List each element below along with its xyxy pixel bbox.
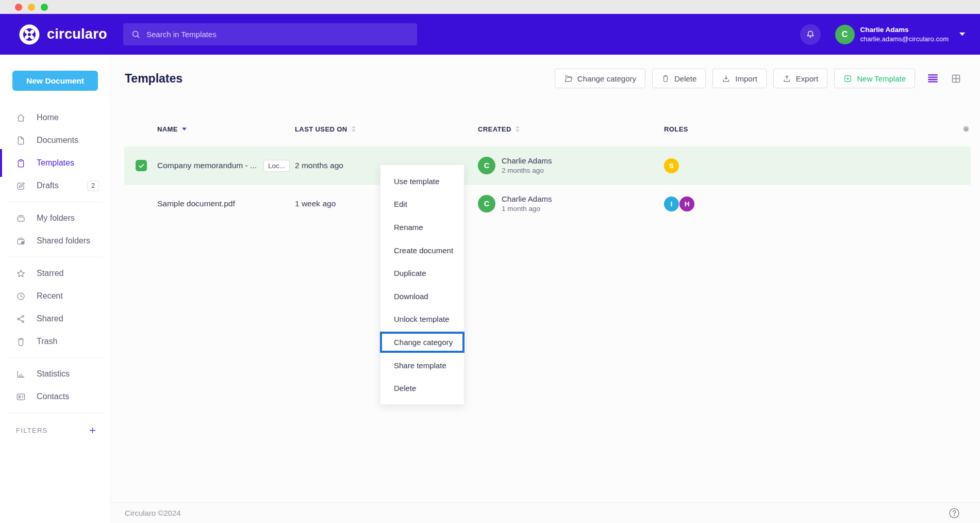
sidebar-item-my-folders[interactable]: My folders xyxy=(0,207,110,230)
sidebar-item-label: Statistics xyxy=(37,369,70,379)
column-header-name[interactable]: NAME xyxy=(157,125,295,133)
sidebar-item-shared-folders[interactable]: Shared folders xyxy=(0,230,110,252)
import-button[interactable]: Import xyxy=(712,69,767,88)
sidebar-item-label: Drafts xyxy=(37,181,59,190)
bar-chart-icon xyxy=(16,369,26,379)
search-bar[interactable] xyxy=(123,23,417,45)
change-category-button[interactable]: Change category xyxy=(555,69,645,88)
sidebar-item-label: Documents xyxy=(37,136,78,145)
table-row[interactable]: Company memorandum - ... Loc... 2 months… xyxy=(124,146,971,185)
sidebar-item-label: Starred xyxy=(37,269,63,278)
list-view-button[interactable] xyxy=(927,74,938,83)
add-filter-button[interactable] xyxy=(88,426,97,435)
sidebar-item-label: Home xyxy=(37,113,59,122)
window-zoom-button[interactable] xyxy=(41,4,48,11)
table-row[interactable]: Sample document.pdf 1 week ago C Charlie… xyxy=(124,185,971,223)
menu-item-use-template[interactable]: Use template xyxy=(380,170,464,193)
created-ago: 1 month ago xyxy=(502,204,552,214)
menu-item-create-document[interactable]: Create document xyxy=(380,239,464,262)
notifications-button[interactable] xyxy=(800,24,821,45)
grid-view-icon xyxy=(951,73,961,84)
sidebar-divider xyxy=(7,357,103,358)
menu-item-duplicate[interactable]: Duplicate xyxy=(380,262,464,285)
creator-avatar: C xyxy=(478,195,495,213)
clock-icon xyxy=(16,291,26,301)
window-minimize-button[interactable] xyxy=(28,4,35,11)
window-close-button[interactable] xyxy=(15,4,22,11)
export-button[interactable]: Export xyxy=(773,69,827,88)
home-icon xyxy=(16,113,26,123)
question-circle-icon xyxy=(948,507,960,519)
sidebar-item-label: Shared folders xyxy=(37,236,90,246)
sidebar-item-trash[interactable]: Trash xyxy=(0,330,110,353)
sidebar-item-templates[interactable]: Templates xyxy=(0,152,110,174)
check-icon xyxy=(138,162,145,169)
template-name: Company memorandum - ... xyxy=(157,161,257,170)
sidebar-divider xyxy=(7,202,103,202)
clipboard-icon xyxy=(16,158,26,168)
brand-logo[interactable]: circularo xyxy=(19,24,107,45)
search-icon xyxy=(131,29,141,39)
list-view-icon xyxy=(927,74,938,83)
grid-view-button[interactable] xyxy=(951,73,961,84)
user-menu[interactable]: C Charlie Adams charlie.adams@circularo.… xyxy=(835,25,966,44)
column-header-created[interactable]: CREATED xyxy=(478,125,664,133)
sidebar-divider xyxy=(7,257,103,257)
menu-item-change-category[interactable]: Change category xyxy=(380,331,464,354)
role-badge: I xyxy=(664,197,679,211)
sidebar-item-drafts[interactable]: Drafts 2 xyxy=(0,174,110,197)
creator-name: Charlie Adams xyxy=(502,156,552,166)
help-button[interactable] xyxy=(948,507,960,519)
plus-square-icon xyxy=(843,74,852,83)
column-label: NAME xyxy=(157,125,178,133)
user-name: Charlie Adams xyxy=(860,25,949,35)
page-title: Templates xyxy=(125,72,182,86)
new-document-button[interactable]: New Document xyxy=(12,71,98,91)
delete-label: Delete xyxy=(674,74,696,83)
created-ago: 2 months ago xyxy=(502,166,552,175)
column-header-last-used[interactable]: LAST USED ON xyxy=(295,125,478,133)
row-context-menu: Use template Edit Rename Create document… xyxy=(380,165,464,405)
new-template-label: New Template xyxy=(857,74,906,83)
sidebar-item-statistics[interactable]: Statistics xyxy=(0,363,110,385)
import-label: Import xyxy=(735,74,757,83)
bell-icon xyxy=(805,29,816,40)
sidebar-item-contacts[interactable]: Contacts xyxy=(0,385,110,408)
sort-both-icon xyxy=(351,125,356,133)
menu-item-share-template[interactable]: Share template xyxy=(380,354,464,377)
menu-item-rename[interactable]: Rename xyxy=(380,216,464,239)
search-input[interactable] xyxy=(146,30,409,39)
delete-button[interactable]: Delete xyxy=(652,69,706,88)
sidebar-item-shared[interactable]: Shared xyxy=(0,307,110,330)
export-icon xyxy=(783,74,791,83)
footer: Circularo ©2024 xyxy=(111,502,980,523)
menu-item-edit[interactable]: Edit xyxy=(380,193,464,216)
sidebar-divider xyxy=(7,413,103,413)
trash-icon xyxy=(661,74,670,83)
contact-card-icon xyxy=(16,392,26,402)
table-settings-button[interactable] xyxy=(961,124,971,134)
trash-icon xyxy=(16,337,26,347)
sidebar-item-documents[interactable]: Documents xyxy=(0,129,110,152)
folder-icon xyxy=(16,214,26,223)
brand-name: circularo xyxy=(47,26,107,42)
window-titlebar xyxy=(0,0,980,14)
menu-item-unlock-template[interactable]: Unlock template xyxy=(380,308,464,331)
sidebar-item-recent[interactable]: Recent xyxy=(0,285,110,307)
toolbar: Change category Delete Import Export New… xyxy=(555,69,915,88)
sidebar-item-home[interactable]: Home xyxy=(0,106,110,129)
sort-desc-icon xyxy=(181,127,187,131)
filters-section: FILTERS xyxy=(0,418,110,435)
new-template-button[interactable]: New Template xyxy=(834,69,915,88)
row-checkbox-checked[interactable] xyxy=(136,160,147,171)
column-label: CREATED xyxy=(478,125,511,133)
role-badge: H xyxy=(679,197,694,211)
pencil-square-icon xyxy=(16,181,26,191)
role-badge: S xyxy=(664,158,679,173)
menu-item-delete[interactable]: Delete xyxy=(380,377,464,400)
sidebar-item-starred[interactable]: Starred xyxy=(0,262,110,285)
circularo-logo-icon xyxy=(19,24,40,45)
user-email: charlie.adams@circularo.com xyxy=(860,35,949,44)
folder-open-icon xyxy=(564,74,573,83)
menu-item-download[interactable]: Download xyxy=(380,285,464,308)
